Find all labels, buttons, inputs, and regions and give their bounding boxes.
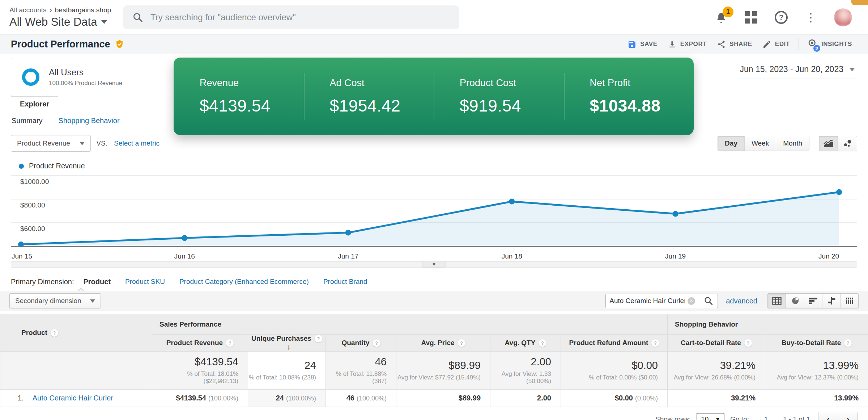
table-search-input[interactable] [609,297,685,305]
analytics-product-performance-page: All accounts › bestbargains.shop All Web… [0,0,868,420]
account-switcher[interactable]: All accounts › bestbargains.shop All Web… [9,6,118,29]
help-icon[interactable]: ? [651,339,659,347]
property-selector[interactable]: All Web Site Data [9,16,118,29]
metrics-summary-card: Revenue $4139.54 Ad Cost $1954.42 Produc… [174,58,694,135]
view-percentage-button[interactable] [786,294,804,308]
granularity-month-button[interactable]: Month [776,136,809,151]
line-chart-toggle-button[interactable] [819,136,838,151]
granularity-day-button[interactable]: Day [718,136,744,151]
chart-point[interactable] [18,242,24,247]
secondary-dimension-button[interactable]: Secondary dimension [9,293,101,308]
totals-product-cell [0,351,152,389]
export-button[interactable]: EXPORT [663,38,712,51]
chart-point[interactable] [673,211,678,217]
total-quantity: 46% of Total: 11.88% (387) [326,351,396,389]
motion-chart-toggle-button[interactable] [838,136,857,151]
col-header-product[interactable]: Product? [0,314,152,352]
caret-down-icon: ▼ [715,416,720,420]
col-header-product-refund-amount[interactable]: Product Refund Amount? [561,335,668,352]
goto-page-input[interactable] [755,413,777,420]
tab-explorer[interactable]: Explorer [11,96,58,112]
rows-per-page-select[interactable]: 10 ▼ [697,413,724,420]
caret-down-icon [90,299,95,303]
topbar: All accounts › bestbargains.shop All Web… [0,0,868,35]
notifications-button[interactable]: 1 [715,11,728,24]
line-chart-canvas[interactable] [11,174,857,249]
x-axis-tick-label: Jun 16 [174,252,195,260]
segment-name: All Users [49,67,122,77]
metric-picker-row: Product Revenue VS. Select a metric Day … [11,135,857,152]
advanced-search-link[interactable]: advanced [726,297,757,305]
help-icon[interactable]: ? [844,339,852,347]
help-icon[interactable]: ? [226,339,234,347]
chart-collapse-button[interactable]: ▼ [422,261,446,268]
subtab-summary[interactable]: Summary [12,117,43,125]
metric-dropdown[interactable]: Product Revenue [11,135,91,152]
help-icon[interactable]: ? [744,339,752,347]
help-icon[interactable]: ? [539,339,546,347]
total-cart-to-detail-rate: 39.21%Avg for View: 26.68% (0.00%) [668,351,765,389]
col-header-unique-purchases[interactable]: Unique Purchases?↓ [248,335,326,352]
col-header-product-revenue[interactable]: Product Revenue? [152,335,248,352]
help-icon[interactable]: ? [51,329,58,337]
breadcrumb-all-accounts[interactable]: All accounts [9,6,46,14]
share-button[interactable]: SHARE [712,38,757,51]
row-avg-price: $89.99 [396,389,490,407]
insights-button[interactable]: 2 INSIGHTS [803,36,857,52]
report-header: Product Performance SAVE EXPORT SHARE ED… [0,35,868,54]
granularity-week-button[interactable]: Week [744,136,776,151]
topbar-actions: 1 ? ⋮ [715,8,859,26]
help-button[interactable]: ? [775,11,788,24]
view-table-button[interactable] [768,294,786,308]
chart-point[interactable] [182,235,187,241]
primary-dimension-product-category[interactable]: Product Category (Enhanced Ecommerce) [179,278,309,286]
table-search-button[interactable] [699,294,718,308]
table-search-field[interactable]: ✕ [605,294,699,308]
table-view-icon [772,297,782,305]
help-icon: ? [775,11,788,24]
product-link[interactable]: Auto Ceramic Hair Curler [33,394,113,402]
help-icon[interactable]: ? [315,335,322,343]
col-header-avg-price[interactable]: Avg. Price? [396,335,490,352]
view-performance-button[interactable] [804,294,822,308]
clear-search-icon[interactable]: ✕ [688,297,695,305]
table-pagination: Show rows: 10 ▼ Go to: 1 - 1 of 1 ‹ › [0,412,858,420]
primary-dimension-product[interactable]: Product [83,278,111,286]
total-avg-qty: 2.00Avg for View: 1.33 (50.00%) [490,351,561,389]
save-button[interactable]: SAVE [622,38,662,51]
avatar-image [834,8,852,26]
search-bar[interactable] [123,5,459,29]
view-comparison-button[interactable] [822,294,840,308]
chart-point[interactable] [836,189,842,195]
col-header-quantity[interactable]: Quantity? [326,335,396,352]
col-header-buy-to-detail-rate[interactable]: Buy-to-Detail Rate? [765,335,868,352]
revenue-line-chart[interactable]: $600.00$800.00$1000.00 Jun 15Jun 16Jun 1… [11,174,857,261]
help-icon[interactable]: ? [458,339,465,347]
search-input[interactable] [150,12,450,22]
overflow-menu-button[interactable]: ⋮ [805,12,817,23]
col-header-avg-qty[interactable]: Avg. QTY? [490,335,561,352]
subtab-shopping-behavior[interactable]: Shopping Behavior [59,117,120,125]
col-header-cart-to-detail-rate[interactable]: Cart-to-Detail Rate? [668,335,765,352]
primary-dimension-row: Primary Dimension: Product Product SKU P… [11,276,857,288]
date-range-selector[interactable]: Jun 15, 2023 - Jun 20, 2023 [740,64,855,79]
breadcrumb-account[interactable]: bestbargains.shop [55,6,111,14]
chart-point[interactable] [509,199,515,205]
primary-dimension-product-sku[interactable]: Product SKU [125,278,165,286]
apps-grid-button[interactable] [745,11,757,24]
avatar[interactable] [834,8,852,26]
prev-page-button[interactable]: ‹ [818,412,838,420]
comparison-view-icon [827,297,836,305]
view-pivot-button[interactable] [840,294,858,308]
metric-ad-cost: Ad Cost $1954.42 [304,77,434,116]
pie-chart-icon [791,297,800,305]
edit-button[interactable]: EDIT [757,38,795,51]
next-page-button[interactable]: › [838,412,858,420]
report-actions: SAVE EXPORT SHARE EDIT 2 INSIGHTS [622,36,857,52]
chart-point[interactable] [345,230,351,236]
primary-dimension-product-brand[interactable]: Product Brand [323,278,367,286]
legend-label: Product Revenue [29,162,85,170]
sort-desc-icon[interactable]: ↓ [287,343,290,351]
help-icon[interactable]: ? [373,339,380,347]
select-metric-link[interactable]: Select a metric [114,139,159,147]
